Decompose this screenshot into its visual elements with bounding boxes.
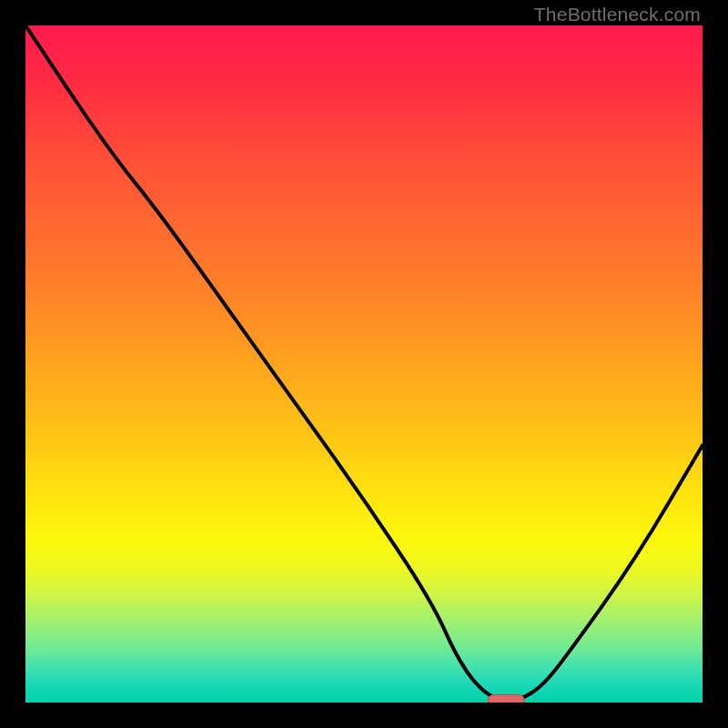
watermark-text: TheBottleneck.com: [534, 4, 701, 25]
bottleneck-curve-svg: [25, 25, 703, 703]
optimum-marker: [488, 695, 524, 703]
plot-area: [25, 25, 703, 703]
bottleneck-curve-line: [25, 25, 703, 701]
chart-frame: TheBottleneck.com: [0, 0, 728, 728]
